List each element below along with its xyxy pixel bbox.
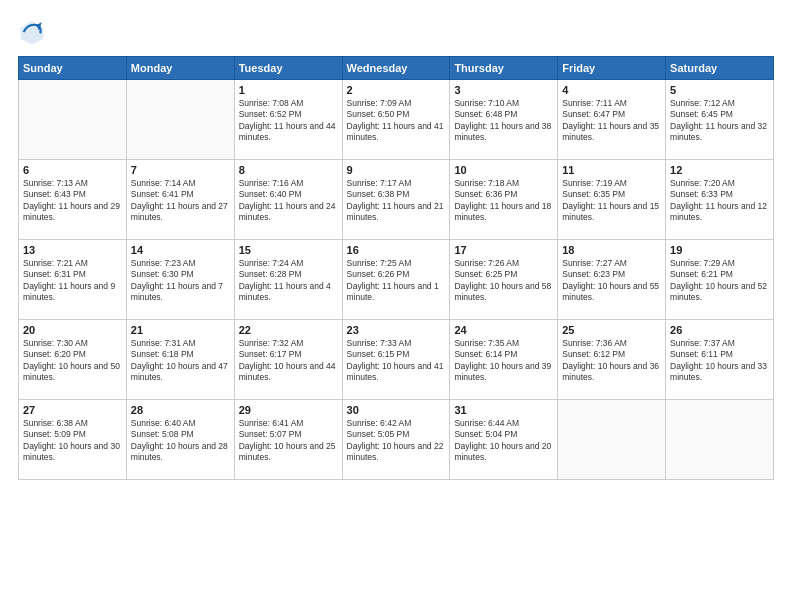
day-number: 8 [239,164,338,176]
day-number: 31 [454,404,553,416]
day-number: 3 [454,84,553,96]
weekday-header-sunday: Sunday [19,57,127,80]
header [18,18,774,46]
day-number: 12 [670,164,769,176]
cell-info: Sunrise: 7:08 AM Sunset: 6:52 PM Dayligh… [239,98,338,144]
day-number: 20 [23,324,122,336]
logo [18,18,50,46]
calendar-cell: 13Sunrise: 7:21 AM Sunset: 6:31 PM Dayli… [19,240,127,320]
weekday-header-thursday: Thursday [450,57,558,80]
day-number: 25 [562,324,661,336]
day-number: 5 [670,84,769,96]
cell-info: Sunrise: 7:13 AM Sunset: 6:43 PM Dayligh… [23,178,122,224]
calendar-cell: 22Sunrise: 7:32 AM Sunset: 6:17 PM Dayli… [234,320,342,400]
weekday-header-saturday: Saturday [666,57,774,80]
calendar-cell: 2Sunrise: 7:09 AM Sunset: 6:50 PM Daylig… [342,80,450,160]
day-number: 11 [562,164,661,176]
cell-info: Sunrise: 7:37 AM Sunset: 6:11 PM Dayligh… [670,338,769,384]
day-number: 7 [131,164,230,176]
day-number: 2 [347,84,446,96]
weekday-header-tuesday: Tuesday [234,57,342,80]
day-number: 13 [23,244,122,256]
page: SundayMondayTuesdayWednesdayThursdayFrid… [0,0,792,612]
cell-info: Sunrise: 7:19 AM Sunset: 6:35 PM Dayligh… [562,178,661,224]
calendar-cell: 27Sunrise: 6:38 AM Sunset: 5:09 PM Dayli… [19,400,127,480]
cell-info: Sunrise: 6:41 AM Sunset: 5:07 PM Dayligh… [239,418,338,464]
day-number: 17 [454,244,553,256]
calendar-cell: 12Sunrise: 7:20 AM Sunset: 6:33 PM Dayli… [666,160,774,240]
calendar-cell: 11Sunrise: 7:19 AM Sunset: 6:35 PM Dayli… [558,160,666,240]
calendar-cell: 18Sunrise: 7:27 AM Sunset: 6:23 PM Dayli… [558,240,666,320]
day-number: 27 [23,404,122,416]
day-number: 22 [239,324,338,336]
calendar-cell: 10Sunrise: 7:18 AM Sunset: 6:36 PM Dayli… [450,160,558,240]
cell-info: Sunrise: 7:20 AM Sunset: 6:33 PM Dayligh… [670,178,769,224]
day-number: 23 [347,324,446,336]
cell-info: Sunrise: 7:14 AM Sunset: 6:41 PM Dayligh… [131,178,230,224]
calendar-cell: 1Sunrise: 7:08 AM Sunset: 6:52 PM Daylig… [234,80,342,160]
day-number: 10 [454,164,553,176]
day-number: 26 [670,324,769,336]
cell-info: Sunrise: 6:42 AM Sunset: 5:05 PM Dayligh… [347,418,446,464]
calendar-cell: 15Sunrise: 7:24 AM Sunset: 6:28 PM Dayli… [234,240,342,320]
calendar-cell: 8Sunrise: 7:16 AM Sunset: 6:40 PM Daylig… [234,160,342,240]
calendar-cell: 20Sunrise: 7:30 AM Sunset: 6:20 PM Dayli… [19,320,127,400]
cell-info: Sunrise: 7:32 AM Sunset: 6:17 PM Dayligh… [239,338,338,384]
calendar-cell: 4Sunrise: 7:11 AM Sunset: 6:47 PM Daylig… [558,80,666,160]
day-number: 1 [239,84,338,96]
cell-info: Sunrise: 7:35 AM Sunset: 6:14 PM Dayligh… [454,338,553,384]
cell-info: Sunrise: 7:10 AM Sunset: 6:48 PM Dayligh… [454,98,553,144]
calendar-cell: 31Sunrise: 6:44 AM Sunset: 5:04 PM Dayli… [450,400,558,480]
day-number: 18 [562,244,661,256]
cell-info: Sunrise: 7:33 AM Sunset: 6:15 PM Dayligh… [347,338,446,384]
calendar-cell: 17Sunrise: 7:26 AM Sunset: 6:25 PM Dayli… [450,240,558,320]
calendar-cell: 29Sunrise: 6:41 AM Sunset: 5:07 PM Dayli… [234,400,342,480]
cell-info: Sunrise: 7:23 AM Sunset: 6:30 PM Dayligh… [131,258,230,304]
day-number: 28 [131,404,230,416]
calendar-cell: 7Sunrise: 7:14 AM Sunset: 6:41 PM Daylig… [126,160,234,240]
cell-info: Sunrise: 7:11 AM Sunset: 6:47 PM Dayligh… [562,98,661,144]
calendar-table: SundayMondayTuesdayWednesdayThursdayFrid… [18,56,774,480]
cell-info: Sunrise: 7:36 AM Sunset: 6:12 PM Dayligh… [562,338,661,384]
calendar-cell [19,80,127,160]
day-number: 9 [347,164,446,176]
day-number: 24 [454,324,553,336]
calendar-cell: 30Sunrise: 6:42 AM Sunset: 5:05 PM Dayli… [342,400,450,480]
calendar-cell: 14Sunrise: 7:23 AM Sunset: 6:30 PM Dayli… [126,240,234,320]
day-number: 19 [670,244,769,256]
calendar-cell: 3Sunrise: 7:10 AM Sunset: 6:48 PM Daylig… [450,80,558,160]
calendar-cell: 6Sunrise: 7:13 AM Sunset: 6:43 PM Daylig… [19,160,127,240]
day-number: 30 [347,404,446,416]
cell-info: Sunrise: 7:30 AM Sunset: 6:20 PM Dayligh… [23,338,122,384]
calendar-week-4: 27Sunrise: 6:38 AM Sunset: 5:09 PM Dayli… [19,400,774,480]
cell-info: Sunrise: 7:27 AM Sunset: 6:23 PM Dayligh… [562,258,661,304]
calendar-cell: 9Sunrise: 7:17 AM Sunset: 6:38 PM Daylig… [342,160,450,240]
calendar-cell: 16Sunrise: 7:25 AM Sunset: 6:26 PM Dayli… [342,240,450,320]
day-number: 6 [23,164,122,176]
cell-info: Sunrise: 7:17 AM Sunset: 6:38 PM Dayligh… [347,178,446,224]
day-number: 29 [239,404,338,416]
cell-info: Sunrise: 6:44 AM Sunset: 5:04 PM Dayligh… [454,418,553,464]
cell-info: Sunrise: 7:21 AM Sunset: 6:31 PM Dayligh… [23,258,122,304]
day-number: 15 [239,244,338,256]
calendar-cell: 24Sunrise: 7:35 AM Sunset: 6:14 PM Dayli… [450,320,558,400]
calendar-week-3: 20Sunrise: 7:30 AM Sunset: 6:20 PM Dayli… [19,320,774,400]
calendar-cell: 26Sunrise: 7:37 AM Sunset: 6:11 PM Dayli… [666,320,774,400]
weekday-header-friday: Friday [558,57,666,80]
weekday-header-row: SundayMondayTuesdayWednesdayThursdayFrid… [19,57,774,80]
calendar-week-2: 13Sunrise: 7:21 AM Sunset: 6:31 PM Dayli… [19,240,774,320]
calendar-cell [126,80,234,160]
calendar-cell [558,400,666,480]
calendar-cell: 25Sunrise: 7:36 AM Sunset: 6:12 PM Dayli… [558,320,666,400]
cell-info: Sunrise: 7:12 AM Sunset: 6:45 PM Dayligh… [670,98,769,144]
day-number: 14 [131,244,230,256]
day-number: 4 [562,84,661,96]
calendar-cell: 23Sunrise: 7:33 AM Sunset: 6:15 PM Dayli… [342,320,450,400]
cell-info: Sunrise: 7:24 AM Sunset: 6:28 PM Dayligh… [239,258,338,304]
cell-info: Sunrise: 7:09 AM Sunset: 6:50 PM Dayligh… [347,98,446,144]
cell-info: Sunrise: 7:29 AM Sunset: 6:21 PM Dayligh… [670,258,769,304]
cell-info: Sunrise: 7:16 AM Sunset: 6:40 PM Dayligh… [239,178,338,224]
calendar-cell: 5Sunrise: 7:12 AM Sunset: 6:45 PM Daylig… [666,80,774,160]
weekday-header-monday: Monday [126,57,234,80]
calendar-week-1: 6Sunrise: 7:13 AM Sunset: 6:43 PM Daylig… [19,160,774,240]
